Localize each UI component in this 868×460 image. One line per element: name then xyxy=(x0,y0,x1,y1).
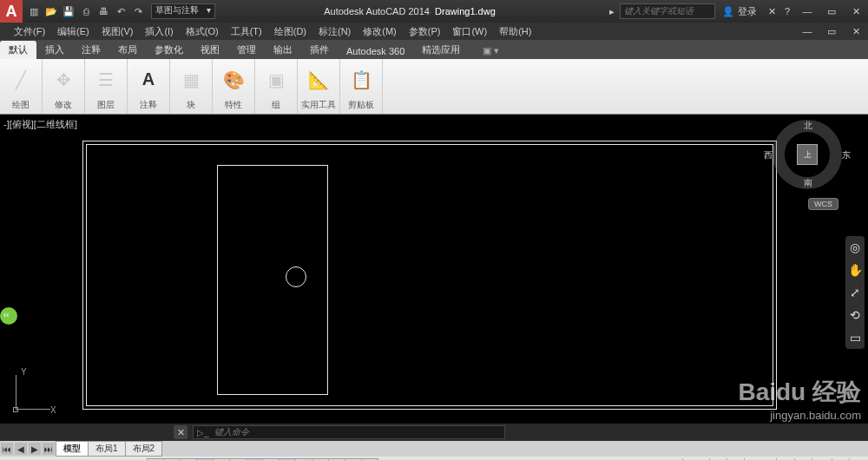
workspace-switcher[interactable]: 草图与注释 xyxy=(151,3,215,19)
tab-annotate[interactable]: 注释 xyxy=(73,41,109,59)
panel-clipboard: 📋 剪贴板 xyxy=(340,59,383,114)
menu-window[interactable]: 窗口(W) xyxy=(447,23,492,40)
properties-button[interactable]: 🎨 xyxy=(216,66,251,94)
menu-help[interactable]: 帮助(H) xyxy=(494,23,536,40)
tab-expand-icon[interactable]: ▣ ▾ xyxy=(474,43,508,59)
menu-insert[interactable]: 插入(I) xyxy=(140,23,178,40)
zoom-extents-icon[interactable]: ⤢ xyxy=(847,285,863,300)
tab-parametric[interactable]: 参数化 xyxy=(146,41,192,59)
menu-dim[interactable]: 标注(N) xyxy=(313,23,356,40)
modify-button[interactable]: ✥ xyxy=(46,66,81,94)
app-menu-button[interactable]: A xyxy=(0,0,23,23)
rectangle-entity-2 xyxy=(217,165,328,395)
infocenter-search[interactable]: 键入关键字或短语 xyxy=(620,3,715,19)
pan-icon[interactable]: ✋ xyxy=(847,262,863,278)
saveas-icon[interactable]: ⎙ xyxy=(78,3,94,19)
tab-view[interactable]: 视图 xyxy=(192,41,228,59)
tab-manage[interactable]: 管理 xyxy=(228,41,265,59)
measure-icon: 📐 xyxy=(306,68,331,92)
block-button[interactable]: ▦ xyxy=(174,66,208,94)
tab-layout[interactable]: 布局 xyxy=(109,41,146,59)
panel-group: ▣ 组 xyxy=(255,59,298,114)
panel-modify: ✥ 修改 xyxy=(43,59,85,114)
rectangle-entity-inner xyxy=(86,144,773,406)
print-icon[interactable]: 🖶 xyxy=(95,3,111,19)
tab-output[interactable]: 输出 xyxy=(265,41,301,59)
tab-layout1[interactable]: 布局1 xyxy=(88,441,126,457)
redo-icon[interactable]: ↷ xyxy=(130,3,146,19)
compass-east: 东 xyxy=(842,149,851,161)
text-button[interactable]: A xyxy=(131,66,166,94)
doc-close-button[interactable]: ✕ xyxy=(844,23,868,40)
viewcube-top-face[interactable]: 上 xyxy=(797,144,818,165)
menu-view[interactable]: 视图(V) xyxy=(96,23,139,40)
window-controls: — ▭ ✕ xyxy=(795,3,868,20)
compass-south: 南 xyxy=(804,177,812,189)
save-icon[interactable]: 💾 xyxy=(61,3,76,19)
tab-insert[interactable]: 插入 xyxy=(36,41,73,59)
wcs-badge[interactable]: WCS xyxy=(808,198,838,210)
paste-button[interactable]: 📋 xyxy=(344,66,378,94)
status-bar: 5684.0208, 1475.8654, 0.0000 ▦ ⊞ ∟ ⊕ □ ◫… xyxy=(0,457,868,460)
layout-next-icon[interactable]: ▶ xyxy=(29,443,41,455)
doc-minimize-button[interactable]: — xyxy=(795,23,819,40)
block-icon: ▦ xyxy=(179,68,203,92)
clipboard-icon: 📋 xyxy=(349,68,373,92)
command-line-row: ✕ ▷_ 键入命令 xyxy=(0,424,868,441)
panel-layer: ☰ 图层 xyxy=(85,59,128,114)
group-icon: ▣ xyxy=(264,68,288,92)
menu-edit[interactable]: 编辑(E) xyxy=(52,23,95,40)
viewcube[interactable]: 上 北 南 东 西 xyxy=(773,120,842,189)
tab-default[interactable]: 默认 xyxy=(0,41,36,59)
search-arrow-icon[interactable]: ▸ xyxy=(604,3,620,19)
tab-model[interactable]: 模型 xyxy=(56,441,89,457)
layout-prev-icon[interactable]: ◀ xyxy=(15,443,27,455)
menu-modify[interactable]: 修改(M) xyxy=(358,23,402,40)
ribbon-panel: ╱ 绘图 ✥ 修改 ☰ 图层 A 注释 ▦ 块 🎨 特性 ▣ 组 📐 实用工具 … xyxy=(0,59,868,115)
measure-button[interactable]: 📐 xyxy=(301,66,336,94)
user-icon: 👤 xyxy=(722,6,734,17)
tab-layout2[interactable]: 布局2 xyxy=(125,441,163,457)
window-title: Autodesk AutoCAD 2014 Drawing1.dwg xyxy=(215,6,604,16)
layout-last-icon[interactable]: ⏭ xyxy=(43,443,55,455)
showmotion-icon[interactable]: ▭ xyxy=(847,330,863,345)
menu-file[interactable]: 文件(F) xyxy=(9,23,50,40)
line-button[interactable]: ╱ xyxy=(3,66,38,94)
tab-featured[interactable]: 精选应用 xyxy=(413,41,469,59)
title-bar: A ▥ 📂 💾 ⎙ 🖶 ↶ ↷ 草图与注释 Autodesk AutoCAD 2… xyxy=(0,0,868,23)
layer-button[interactable]: ☰ xyxy=(89,66,123,94)
steering-wheel-icon[interactable]: ◎ xyxy=(847,240,863,255)
quick-access-toolbar: ▥ 📂 💾 ⎙ 🖶 ↶ ↷ xyxy=(26,3,146,19)
undo-icon[interactable]: ↶ xyxy=(113,3,128,19)
cmd-close-icon[interactable]: ✕ xyxy=(174,425,187,439)
signin-button[interactable]: 👤 登录 xyxy=(722,5,757,18)
close-button[interactable]: ✕ xyxy=(844,3,868,20)
doc-maximize-button[interactable]: ▭ xyxy=(819,23,844,40)
maximize-button[interactable]: ▭ xyxy=(819,3,844,20)
drawing-area[interactable]: -][俯视][二维线框] 上 北 南 东 西 WCS ◎ ✋ ⤢ ⟲ ▭ Y X… xyxy=(0,115,868,424)
exchange-icon[interactable]: ✕ xyxy=(764,3,779,19)
cmd-prompt-icon: ▷_ xyxy=(197,428,209,437)
group-button[interactable]: ▣ xyxy=(259,66,293,94)
help-icon[interactable]: ? xyxy=(779,3,795,19)
ribbon-tabs: 默认 插入 注释 布局 参数化 视图 管理 输出 插件 Autodesk 360… xyxy=(0,40,868,59)
tab-a360[interactable]: Autodesk 360 xyxy=(338,43,413,59)
workspace-label: 草图与注释 xyxy=(155,5,199,15)
menu-tools[interactable]: 工具(T) xyxy=(226,23,267,40)
menu-draw[interactable]: 绘图(D) xyxy=(269,23,312,40)
panel-annotation: A 注释 xyxy=(128,59,170,114)
orbit-icon[interactable]: ⟲ xyxy=(847,307,863,323)
command-input[interactable]: ▷_ 键入命令 xyxy=(193,425,505,439)
side-panel-handle[interactable] xyxy=(0,307,17,325)
new-icon[interactable]: ▥ xyxy=(26,3,42,19)
text-icon: A xyxy=(136,68,161,92)
tab-plugins[interactable]: 插件 xyxy=(301,41,338,59)
layout-tabs: ⏮ ◀ ▶ ⏭ 模型 布局1 布局2 xyxy=(0,441,868,457)
open-icon[interactable]: 📂 xyxy=(43,3,59,19)
menu-format[interactable]: 格式(O) xyxy=(181,23,224,40)
model-space xyxy=(0,115,868,424)
menu-param[interactable]: 参数(P) xyxy=(404,23,446,40)
layout-first-icon[interactable]: ⏮ xyxy=(1,443,13,455)
line-icon: ╱ xyxy=(9,68,33,92)
minimize-button[interactable]: — xyxy=(795,3,819,20)
